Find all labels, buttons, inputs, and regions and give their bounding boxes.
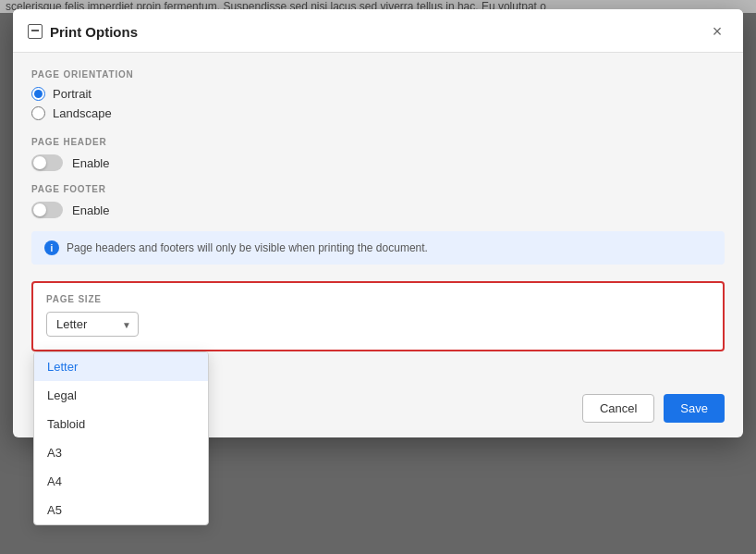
cancel-button[interactable]: Cancel [582, 394, 654, 423]
dropdown-item-legal[interactable]: Legal [34, 381, 208, 410]
portrait-radio[interactable] [31, 87, 45, 101]
info-box: i Page headers and footers will only be … [31, 231, 725, 265]
modal-title: Print Options [50, 24, 138, 40]
page-footer-label: PAGE FOOTER [31, 184, 725, 194]
landscape-label: Landscape [53, 106, 112, 120]
print-icon [28, 24, 43, 39]
dropdown-item-tabloid[interactable]: Tabloid [34, 410, 208, 438]
print-options-modal: Print Options × PAGE ORIENTATION Portrai… [13, 9, 743, 437]
info-icon: i [44, 240, 59, 255]
page-footer-toggle-row: Enable [31, 202, 725, 218]
page-header-toggle-row: Enable [31, 154, 725, 171]
modal-header-left: Print Options [28, 24, 138, 40]
page-header-section: PAGE HEADER Enable [31, 137, 725, 171]
page-size-section: PAGE SIZE Letter Legal Tabloid A3 A4 A5 … [31, 281, 725, 351]
page-size-select-wrapper: Letter Legal Tabloid A3 A4 A5 ▼ [46, 312, 139, 337]
modal-body: PAGE ORIENTATION Portrait Landscape PAGE… [13, 53, 743, 385]
dropdown-item-letter[interactable]: Letter [34, 352, 208, 381]
portrait-option[interactable]: Portrait [31, 87, 725, 101]
close-button[interactable]: × [706, 20, 728, 43]
page-footer-toggle[interactable] [31, 202, 63, 218]
landscape-radio[interactable] [31, 106, 45, 120]
page-footer-toggle-label: Enable [72, 203, 109, 217]
page-size-select[interactable]: Letter Legal Tabloid A3 A4 A5 [46, 312, 139, 337]
modal-header: Print Options × [13, 9, 743, 53]
page-orientation-label: PAGE ORIENTATION [31, 69, 725, 80]
page-header-toggle[interactable] [31, 154, 63, 171]
page-header-toggle-label: Enable [72, 156, 109, 170]
portrait-label: Portrait [53, 87, 91, 101]
dropdown-item-a5[interactable]: A5 [34, 496, 208, 524]
page-size-label: PAGE SIZE [46, 294, 710, 304]
dropdown-item-a3[interactable]: A3 [34, 438, 208, 467]
page-header-label: PAGE HEADER [31, 137, 725, 147]
page-footer-section: PAGE FOOTER Enable [31, 184, 725, 218]
dropdown-item-a4[interactable]: A4 [34, 467, 208, 496]
page-size-dropdown: Letter Legal Tabloid A3 A4 A5 [33, 351, 209, 525]
page-orientation-group: Portrait Landscape [31, 87, 725, 120]
info-text: Page headers and footers will only be vi… [67, 241, 428, 254]
landscape-option[interactable]: Landscape [31, 106, 725, 120]
save-button[interactable]: Save [664, 394, 725, 423]
